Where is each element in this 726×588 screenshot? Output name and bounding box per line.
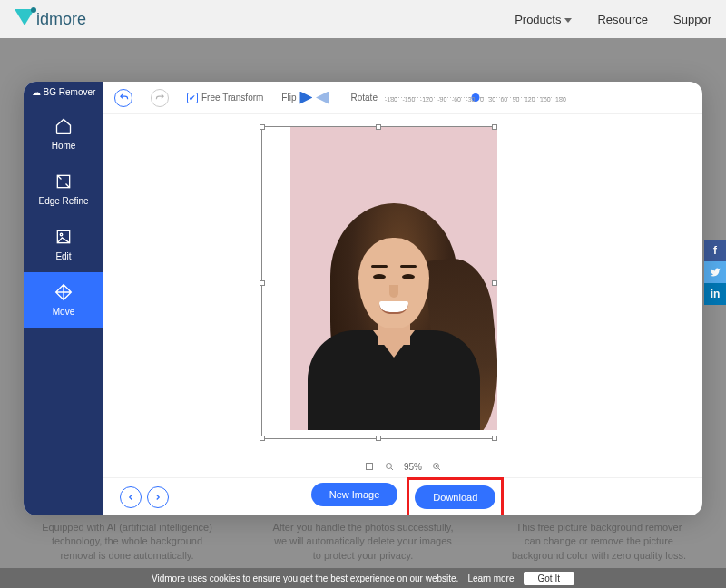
tick: 90	[513, 96, 520, 103]
tick: 150	[540, 96, 551, 103]
undo-button[interactable]	[114, 89, 132, 107]
tick: -180	[385, 96, 397, 103]
feature-col-2: After you handle the photos successfully…	[257, 521, 469, 563]
canvas-frame[interactable]	[276, 126, 530, 444]
handle-bottom-right[interactable]	[492, 436, 497, 441]
share-twitter[interactable]	[704, 261, 726, 283]
logo[interactable]: idmore	[15, 9, 86, 29]
app-title: ☁ BG Remover	[32, 87, 96, 97]
editor-modal: ☁ BG Remover Home Edge Refine Edit Move	[24, 82, 702, 515]
cookie-accept-button[interactable]: Got It	[524, 572, 574, 585]
selection-box[interactable]	[261, 126, 495, 439]
edge-refine-icon	[54, 172, 73, 191]
handle-right[interactable]	[492, 280, 497, 286]
site-nav: Products Resource Suppor	[515, 13, 711, 26]
editor-toolbar: ✔ Free Transform Flip Rotate -180 -150	[103, 82, 702, 114]
download-button[interactable]: Download	[415, 485, 495, 509]
edit-icon	[54, 228, 73, 246]
sidebar-item-edge-refine[interactable]: Edge Refine	[24, 162, 103, 217]
fit-screen-icon[interactable]	[364, 461, 375, 472]
rotate-label: Rotate	[350, 93, 377, 103]
cookie-learn-more[interactable]: Learn more	[467, 573, 514, 583]
chevron-down-icon	[564, 18, 572, 23]
canvas-area[interactable]	[103, 114, 702, 456]
zoom-in-icon[interactable]	[431, 461, 442, 472]
linkedin-icon: in	[711, 288, 721, 300]
app-title-label: BG Remover	[44, 87, 96, 97]
undo-icon	[119, 93, 129, 103]
feature-columns: Equipped with AI (artificial intelligenc…	[0, 521, 726, 563]
tick: -150	[402, 96, 415, 103]
svg-point-2	[60, 233, 63, 236]
chevron-left-icon	[126, 493, 135, 502]
feat-3a: This free picture background remover	[493, 521, 705, 534]
tick: -60	[452, 96, 461, 103]
handle-top-right[interactable]	[492, 124, 497, 130]
feat-2c: to protect your privacy.	[257, 549, 469, 563]
feat-2a: After you handle the photos successfully…	[257, 521, 469, 534]
tick: -120	[420, 96, 433, 103]
sidebar-item-home[interactable]: Home	[24, 106, 103, 162]
rotate-ticks: -180 -150 -120 -90 -60 -30 0 30 60 90 12…	[385, 96, 566, 103]
rotate-slider[interactable]: -180 -150 -120 -90 -60 -30 0 30 60 90 12…	[385, 90, 566, 106]
move-icon	[54, 283, 73, 301]
free-transform-label: Free Transform	[201, 93, 263, 103]
flip-label: Flip	[281, 93, 296, 103]
feat-3b: can change or remove the picture	[493, 534, 705, 548]
site-header: idmore Products Resource Suppor	[0, 0, 726, 38]
highlight-download: Download	[407, 477, 504, 516]
chevron-right-icon	[153, 493, 162, 502]
nav-resource[interactable]: Resource	[597, 13, 648, 26]
home-icon	[54, 117, 73, 135]
feature-col-1: Equipped with AI (artificial intelligenc…	[21, 521, 233, 563]
cloud-icon: ☁	[32, 87, 41, 97]
zoom-bar: 95%	[103, 456, 702, 477]
feat-1a: Equipped with AI (artificial intelligenc…	[21, 521, 233, 534]
feature-col-3: This free picture background remover can…	[493, 521, 705, 563]
handle-bottom[interactable]	[376, 436, 381, 441]
zoom-out-icon[interactable]	[384, 461, 395, 472]
tick: 120	[525, 96, 535, 103]
flip-group: Flip	[281, 92, 329, 104]
nav-support-label: Suppor	[673, 13, 711, 26]
nav-products-label: Products	[515, 13, 561, 26]
twitter-icon	[710, 267, 721, 278]
share-facebook[interactable]: f	[704, 240, 726, 261]
nav-support[interactable]: Suppor	[673, 13, 711, 26]
next-image-button[interactable]	[147, 486, 169, 508]
free-transform-toggle[interactable]: ✔ Free Transform	[187, 93, 263, 103]
handle-top[interactable]	[376, 124, 381, 130]
tick: 30	[488, 96, 495, 103]
sidebar-edge-label: Edge Refine	[38, 196, 88, 206]
bottom-bar: New Image Download	[103, 477, 702, 515]
social-share: f in	[704, 240, 726, 305]
download-label: Download	[433, 492, 477, 503]
editor-sidebar: ☁ BG Remover Home Edge Refine Edit Move	[24, 82, 103, 515]
handle-left[interactable]	[260, 280, 265, 286]
sidebar-item-edit[interactable]: Edit	[24, 217, 103, 272]
tick: 0	[480, 96, 484, 103]
sidebar-item-move[interactable]: Move	[24, 272, 103, 328]
logo-mark-icon	[15, 9, 34, 29]
cookie-text: Vidmore uses cookies to ensure you get t…	[152, 573, 458, 583]
svg-rect-3	[366, 464, 372, 470]
flip-horizontal-icon[interactable]	[299, 92, 312, 104]
nav-products[interactable]: Products	[515, 13, 572, 26]
prev-image-button[interactable]	[120, 486, 142, 508]
tick: 60	[500, 96, 507, 103]
facebook-icon: f	[713, 244, 717, 257]
share-linkedin[interactable]: in	[704, 283, 726, 305]
handle-top-left[interactable]	[260, 124, 265, 130]
rotate-group: Rotate -180 -150 -120 -90 -60 -30 0 30 6…	[350, 90, 565, 106]
new-image-label: New Image	[329, 489, 380, 500]
zoom-value: 95%	[404, 462, 422, 472]
flip-vertical-icon[interactable]	[316, 92, 329, 104]
redo-button[interactable]	[151, 89, 169, 107]
checkbox-icon: ✔	[187, 93, 198, 103]
new-image-button[interactable]: New Image	[311, 483, 398, 506]
editor-main: ✔ Free Transform Flip Rotate -180 -150	[103, 82, 702, 515]
tick: 180	[555, 96, 566, 103]
nav-resource-label: Resource	[597, 13, 648, 26]
handle-bottom-left[interactable]	[260, 436, 265, 441]
brand-name: idmore	[36, 10, 86, 29]
